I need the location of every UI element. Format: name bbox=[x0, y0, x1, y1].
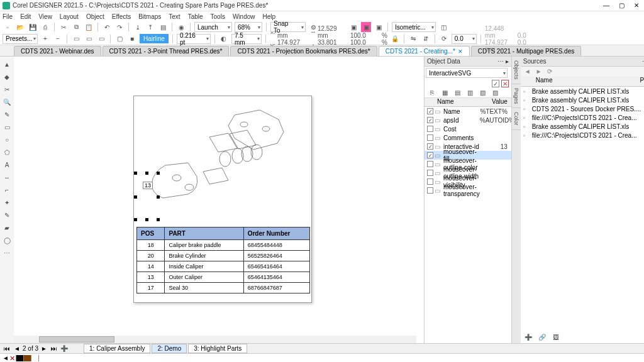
menu-bitmaps[interactable]: Bitmaps bbox=[138, 13, 161, 20]
od-tool-icon[interactable]: ▥ bbox=[465, 88, 475, 98]
scale-fields[interactable]: 100.0% 100.0% bbox=[350, 32, 387, 46]
menu-view[interactable]: View bbox=[38, 13, 52, 20]
od-tool-icon[interactable]: ▨ bbox=[490, 88, 500, 98]
paste-icon[interactable]: 📋 bbox=[84, 22, 94, 32]
menu-text[interactable]: Text bbox=[169, 13, 180, 20]
style1-icon[interactable]: ▭ bbox=[71, 34, 81, 44]
menu-layout[interactable]: Layout bbox=[60, 13, 79, 20]
fill-tool-icon[interactable]: ▰ bbox=[2, 222, 12, 233]
checkbox[interactable] bbox=[427, 134, 433, 141]
vtab-pages[interactable]: Pages bbox=[512, 84, 521, 109]
menu-table[interactable]: Table bbox=[188, 13, 203, 20]
text-tool-icon[interactable]: A bbox=[2, 160, 12, 170]
eyedropper-tool-icon[interactable]: ✎ bbox=[2, 210, 12, 220]
halo-size-field[interactable]: 7.5 mm bbox=[231, 34, 262, 44]
palette-left-icon[interactable]: ◄ bbox=[3, 354, 9, 361]
checkbox[interactable] bbox=[427, 161, 433, 167]
proj-tool-icon[interactable]: ◫ bbox=[438, 22, 448, 32]
projection-dropdown[interactable]: Isometric... bbox=[392, 22, 436, 32]
vtab-color[interactable]: Color bbox=[512, 108, 521, 130]
tool-c-icon[interactable]: ▣ bbox=[374, 22, 384, 32]
outline-tool-icon[interactable]: ◯ bbox=[2, 235, 12, 245]
copy-icon[interactable]: ⧉ bbox=[71, 22, 81, 32]
launch-dropdown[interactable]: Launch bbox=[194, 22, 232, 32]
unit-fields[interactable]: 0.0 0.0 bbox=[518, 32, 548, 46]
ellipse-tool-icon[interactable]: ○ bbox=[2, 134, 12, 145]
add-preset-icon[interactable]: + bbox=[40, 34, 50, 44]
checkbox[interactable] bbox=[427, 117, 433, 123]
outline-pt-dropdown[interactable]: 0.216 pt bbox=[177, 34, 211, 44]
page-first-icon[interactable]: ⏮ bbox=[3, 345, 11, 352]
od-row[interactable]: ▭Name%TEXT% bbox=[425, 107, 511, 116]
checkbox[interactable] bbox=[427, 178, 433, 185]
rectangle-tool-icon[interactable]: ▭ bbox=[2, 122, 12, 132]
checkbox[interactable] bbox=[427, 170, 433, 176]
od-apply-icon[interactable]: ✓ bbox=[492, 80, 499, 87]
shape-tool-icon[interactable]: ◆ bbox=[2, 72, 12, 82]
doc-tab-active[interactable]: CDTS 2021 - Creating...*✕ bbox=[379, 46, 470, 56]
flip-v-icon[interactable]: ⇵ bbox=[421, 34, 431, 44]
src-link-icon[interactable]: 🔗 bbox=[537, 332, 547, 342]
doc-tab[interactable]: CDTS 2021 - Webinar.des bbox=[14, 46, 101, 56]
undo-icon[interactable]: ↶ bbox=[102, 22, 112, 32]
style3-icon[interactable]: ▭ bbox=[96, 34, 106, 44]
od-tool-icon[interactable]: ▧ bbox=[477, 88, 487, 98]
menu-tools[interactable]: Tools bbox=[211, 13, 225, 20]
page-tab[interactable]: 1: Caliper Assembly bbox=[84, 344, 150, 353]
color-swatch[interactable] bbox=[16, 355, 24, 361]
src-refresh-icon[interactable]: ⟳ bbox=[547, 68, 555, 75]
remove-preset-icon[interactable]: − bbox=[53, 34, 63, 44]
page-tab-active[interactable]: 2: Demo bbox=[152, 344, 187, 353]
doc-tab[interactable]: CDTS 2021 - Projection Bookmarks PRES.de… bbox=[230, 46, 377, 56]
fill-solid-icon[interactable]: ■ bbox=[127, 34, 137, 44]
close-button[interactable]: ✕ bbox=[631, 2, 641, 9]
page-tab[interactable]: 3: Highlight Parts bbox=[188, 344, 247, 353]
snap-toggle-icon[interactable]: ◉ bbox=[176, 22, 186, 32]
pick-tool-icon[interactable]: ▲ bbox=[2, 59, 12, 69]
flip-h-icon[interactable]: ⇋ bbox=[408, 34, 418, 44]
export-icon[interactable]: ⤒ bbox=[145, 22, 155, 32]
halo-icon[interactable]: ◐ bbox=[219, 34, 229, 44]
maximize-button[interactable]: ▢ bbox=[616, 2, 626, 9]
doc-tab[interactable]: CDTS 2021 - 3-Point Thread PRES.des* bbox=[103, 46, 230, 56]
style2-icon[interactable]: ▭ bbox=[84, 34, 94, 44]
selection-handles[interactable]: 13 bbox=[134, 172, 162, 222]
cut-icon[interactable]: ✂ bbox=[58, 22, 69, 32]
save-icon[interactable]: 💾 bbox=[28, 22, 38, 32]
od-tool-icon[interactable]: ▦ bbox=[440, 88, 450, 98]
source-row[interactable]: ▫CDTS 2021 - Sources Docker PRES....2 bbox=[521, 104, 644, 113]
redo-icon[interactable]: ↷ bbox=[114, 22, 125, 32]
zoom-dropdown[interactable]: 68% bbox=[235, 22, 262, 32]
od-row[interactable]: ▭Comments bbox=[425, 133, 511, 142]
menu-edit[interactable]: Edit bbox=[20, 13, 31, 20]
dimension-tool-icon[interactable]: ↔ bbox=[2, 172, 12, 182]
zoom-tool-icon[interactable]: 🔍 bbox=[2, 97, 12, 107]
source-row[interactable]: ▫file:///C:\Projects\CDTS 2021 - Crea...… bbox=[521, 131, 644, 140]
print-icon[interactable]: ⎙ bbox=[40, 22, 50, 32]
checkbox[interactable] bbox=[427, 126, 433, 132]
src-add-icon[interactable]: ➕ bbox=[523, 332, 533, 342]
checkbox[interactable] bbox=[427, 187, 433, 194]
src-img-icon[interactable]: 🖼 bbox=[551, 332, 561, 342]
source-row[interactable]: ▫Brake assembly CALIPER LIST.xls3 bbox=[521, 122, 644, 131]
od-row[interactable]: ▭mouseover-transparency bbox=[425, 186, 511, 195]
crop-tool-icon[interactable]: ✂ bbox=[2, 84, 12, 94]
checkbox[interactable] bbox=[427, 108, 433, 114]
menu-window[interactable]: Window bbox=[233, 13, 255, 20]
color-swatch[interactable] bbox=[24, 355, 31, 361]
od-tool-icon[interactable]: ⎘ bbox=[427, 88, 437, 98]
freehand-tool-icon[interactable]: ✎ bbox=[2, 109, 12, 119]
canvas[interactable]: 13 POS PART Order Number 18Caliper brake… bbox=[14, 57, 424, 343]
src-next-icon[interactable]: ► bbox=[536, 68, 543, 75]
import-icon[interactable]: ⤓ bbox=[133, 22, 143, 32]
od-row[interactable]: ▭Cost bbox=[425, 124, 511, 133]
minimize-button[interactable]: — bbox=[601, 2, 611, 9]
outline-width-field[interactable]: Hairline bbox=[140, 34, 169, 43]
source-row[interactable]: ▫Brake assembly CALIPER LIST.xls1 bbox=[521, 87, 644, 96]
rotation-field[interactable]: 0.0 bbox=[452, 34, 477, 44]
checkbox[interactable] bbox=[427, 152, 433, 158]
od-library-dropdown[interactable]: InteractiveSVG bbox=[426, 68, 508, 78]
page-add-icon[interactable]: ➕ bbox=[60, 345, 69, 352]
presets-dropdown[interactable]: Presets... bbox=[3, 34, 38, 44]
menu-effects[interactable]: Effects bbox=[112, 13, 131, 20]
